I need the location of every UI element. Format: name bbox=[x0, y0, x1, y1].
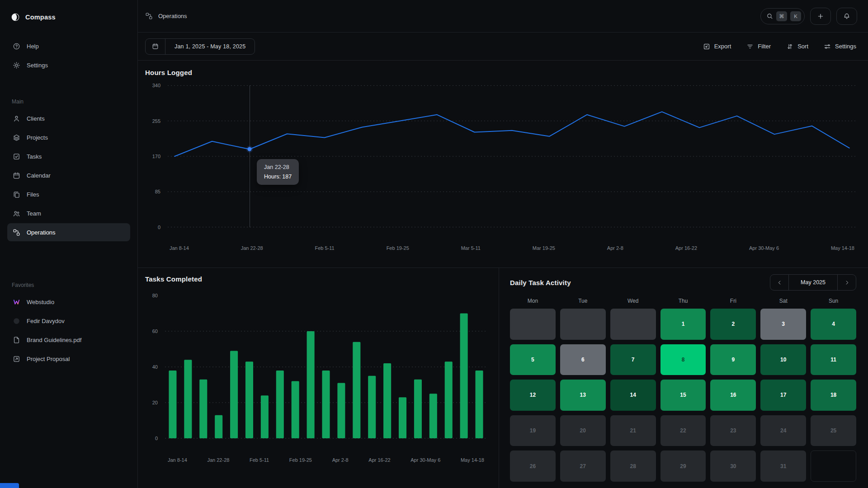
day-cell-14[interactable]: 14 bbox=[610, 380, 656, 411]
sidebar-item-calendar[interactable]: Calendar bbox=[7, 166, 130, 184]
sidebar-item-help[interactable]: Help bbox=[7, 37, 130, 55]
tasks-completed-title: Tasks Completed bbox=[145, 275, 487, 283]
breadcrumb-label: Operations bbox=[158, 13, 187, 19]
breadcrumb[interactable]: Operations bbox=[145, 12, 187, 20]
day-number: 9 bbox=[732, 357, 735, 363]
day-cell-30: 30 bbox=[710, 450, 756, 482]
prev-month-button[interactable] bbox=[770, 275, 788, 290]
export-button[interactable]: Export bbox=[703, 43, 731, 50]
day-number: 30 bbox=[730, 463, 736, 469]
day-number: 29 bbox=[680, 463, 686, 469]
sidebar-item-files[interactable]: Files bbox=[7, 185, 130, 203]
search-button[interactable]: ⌘ K bbox=[760, 8, 805, 24]
day-cell-5[interactable]: 5 bbox=[510, 344, 556, 375]
day-cell-15[interactable]: 15 bbox=[660, 380, 706, 411]
y-tick-label: 0 bbox=[158, 225, 160, 230]
day-cell-1[interactable]: 1 bbox=[660, 309, 706, 340]
day-cell-10[interactable]: 10 bbox=[760, 344, 806, 375]
day-cell-9[interactable]: 9 bbox=[710, 344, 756, 375]
day-cell-6[interactable]: 6 bbox=[560, 344, 606, 375]
day-cell-2[interactable]: 2 bbox=[710, 309, 756, 340]
day-number: 22 bbox=[680, 427, 686, 434]
calendar-icon bbox=[152, 43, 159, 50]
sidebar-item-webstudio[interactable]: Webstudio bbox=[7, 293, 130, 311]
day-number: 3 bbox=[782, 321, 785, 327]
next-month-button[interactable] bbox=[838, 275, 856, 290]
y-tick-label: 60 bbox=[152, 328, 158, 334]
bar-11 bbox=[337, 383, 345, 438]
sidebar-item-settings[interactable]: Settings bbox=[7, 56, 130, 74]
day-number: 19 bbox=[530, 427, 536, 434]
x-tick-label: Feb 19-25 bbox=[289, 457, 312, 465]
plus-icon bbox=[817, 13, 824, 20]
sliders-icon bbox=[824, 43, 831, 50]
day-cell-17[interactable]: 17 bbox=[760, 380, 806, 411]
day-number: 15 bbox=[680, 392, 686, 398]
sidebar-item-operations[interactable]: Operations bbox=[7, 223, 130, 241]
day-cell-7[interactable]: 7 bbox=[610, 344, 656, 375]
sidebar-item-projects[interactable]: Projects bbox=[7, 128, 130, 146]
day-cell-21: 21 bbox=[610, 415, 656, 446]
day-cell-16[interactable]: 16 bbox=[710, 380, 756, 411]
day-cell-12[interactable]: 12 bbox=[510, 380, 556, 411]
shortcut-key-k: K bbox=[790, 11, 801, 21]
avatar bbox=[13, 317, 20, 325]
sidebar-item-brand-guidelines-pdf[interactable]: Brand Guidelines.pdf bbox=[7, 331, 130, 349]
date-range-picker[interactable]: Jan 1, 2025 - May 18, 2025 bbox=[145, 38, 255, 55]
sort-button[interactable]: Sort bbox=[786, 43, 808, 50]
sidebar-item-team[interactable]: Team bbox=[7, 204, 130, 222]
hours-line-chart[interactable]: Jan 22-28 Hours: 187 bbox=[168, 80, 856, 239]
day-number: 18 bbox=[830, 392, 836, 398]
notifications-button[interactable] bbox=[836, 8, 857, 25]
layers-icon bbox=[13, 134, 20, 141]
sidebar-item-project-proposal[interactable]: Project Proposal bbox=[7, 350, 130, 368]
day-cell-13[interactable]: 13 bbox=[560, 380, 606, 411]
sidebar-item-label: Files bbox=[27, 191, 39, 198]
add-button[interactable] bbox=[810, 8, 831, 25]
workflow-icon bbox=[145, 12, 153, 20]
export-icon bbox=[703, 43, 710, 50]
day-number: 21 bbox=[630, 427, 636, 434]
spacer bbox=[0, 242, 137, 270]
sidebar-item-tasks[interactable]: Tasks bbox=[7, 147, 130, 165]
sidebar-item-clients[interactable]: Clients bbox=[7, 109, 130, 127]
search-icon bbox=[766, 13, 773, 19]
day-cell-8[interactable]: 8 bbox=[660, 344, 706, 375]
day-of-week-fri: Fri bbox=[710, 298, 756, 304]
day-cell-3[interactable]: 3 bbox=[760, 309, 806, 340]
hours-x-axis: Jan 8-14Jan 22-28Feb 5-11Feb 19-25Mar 5-… bbox=[168, 239, 856, 253]
sidebar-item-label: Operations bbox=[27, 229, 56, 236]
x-tick-label: Apr 16-22 bbox=[368, 457, 390, 465]
x-tick-label: Feb 5-11 bbox=[315, 245, 335, 253]
sidebar-item-label: Settings bbox=[27, 62, 48, 69]
day-cell-4[interactable]: 4 bbox=[811, 309, 856, 340]
chart-tooltip: Jan 22-28 Hours: 187 bbox=[257, 159, 299, 185]
day-of-week-thu: Thu bbox=[660, 298, 706, 304]
daily-task-activity-title: Daily Task Activity bbox=[510, 279, 571, 286]
day-number: 27 bbox=[580, 463, 586, 469]
sidebar: Compass HelpSettingsMainClientsProjectsT… bbox=[0, 0, 138, 488]
sidebar-item-label: Tasks bbox=[27, 153, 42, 160]
check-square-icon bbox=[13, 153, 20, 160]
day-cell-31: 31 bbox=[760, 450, 806, 482]
sidebar-section-title: Favorites bbox=[0, 282, 137, 288]
y-tick-label: 0 bbox=[155, 436, 158, 441]
settings-button[interactable]: Settings bbox=[824, 43, 856, 50]
x-tick-label: Apr 2-8 bbox=[332, 457, 349, 465]
sidebar-item-fedir-davydov[interactable]: Fedir Davydov bbox=[7, 312, 130, 330]
day-cell-11[interactable]: 11 bbox=[811, 344, 856, 375]
taskbar-peek-strip bbox=[0, 483, 19, 488]
y-tick-label: 85 bbox=[155, 189, 160, 194]
filter-button[interactable]: Filter bbox=[746, 43, 771, 50]
day-cell-29: 29 bbox=[660, 450, 706, 482]
bar-0 bbox=[169, 371, 176, 438]
day-cell-18[interactable]: 18 bbox=[811, 380, 856, 411]
sidebar-item-label: Calendar bbox=[27, 172, 51, 179]
month-label: May 2025 bbox=[788, 275, 838, 290]
bar-16 bbox=[414, 380, 422, 438]
sidebar-item-label: Help bbox=[27, 43, 39, 50]
compass-logo-icon bbox=[11, 13, 20, 22]
day-of-week-header: MonTueWedThuFriSatSun bbox=[510, 298, 856, 304]
bar-6 bbox=[261, 395, 269, 438]
tasks-bar-chart[interactable] bbox=[165, 287, 487, 451]
